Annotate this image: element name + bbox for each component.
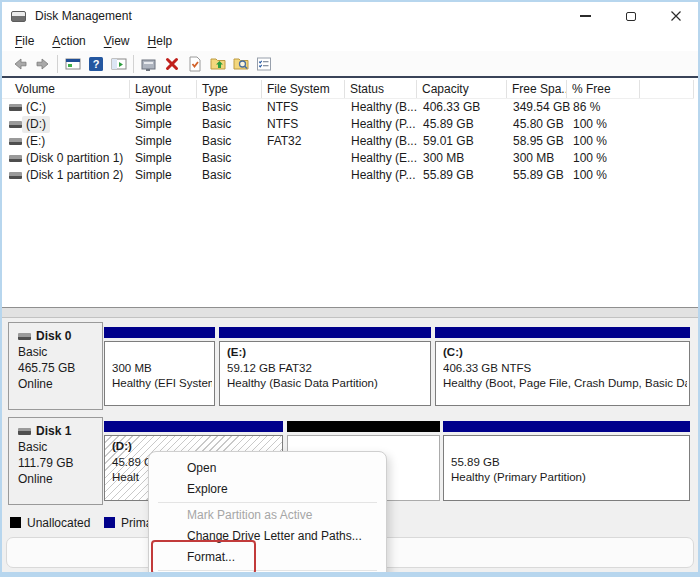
- help-icon[interactable]: ?: [84, 53, 107, 75]
- menu-item-format[interactable]: Format...: [149, 547, 386, 568]
- minimize-button[interactable]: [563, 2, 608, 30]
- folder-up-icon[interactable]: [206, 53, 229, 75]
- partition-status: Healthy (Basic Data Partition): [227, 376, 428, 392]
- disk-state: Online: [18, 471, 102, 487]
- disk0-partition1[interactable]: 300 MB Healthy (EFI System: [104, 341, 215, 406]
- volume-drive-icon: [9, 121, 22, 128]
- window-border: [0, 0, 700, 2]
- cell-type: Basic: [202, 99, 231, 116]
- table-row-disk0-partition1[interactable]: (Disk 0 partition 1) Simple Basic Health…: [2, 150, 694, 167]
- disk0-partition-c[interactable]: (C:) 406.33 GB NTFS Healthy (Boot, Page …: [435, 341, 690, 406]
- menu-item-change-drive-letter[interactable]: Change Drive Letter and Paths...: [149, 526, 386, 547]
- svg-text:?: ?: [92, 58, 99, 70]
- menu-view[interactable]: View: [95, 32, 139, 50]
- disk1-info-panel[interactable]: Disk 1 Basic 111.79 GB Online: [8, 417, 103, 505]
- folder-search-icon[interactable]: [229, 53, 252, 75]
- properties-console-icon[interactable]: [137, 53, 160, 75]
- check-document-icon[interactable]: [183, 53, 206, 75]
- window-controls: [563, 2, 698, 30]
- legend-unallocated: Unallocated: [10, 514, 90, 531]
- window-border: [0, 0, 2, 577]
- menu-help[interactable]: Help: [139, 32, 182, 50]
- disk0-partition2-bar: [219, 327, 431, 338]
- cell-status: Healthy (E...: [351, 150, 417, 167]
- disk0-partition-e[interactable]: (E:) 59.12 GB FAT32 Healthy (Basic Data …: [219, 341, 431, 406]
- volume-drive-icon: [9, 172, 22, 179]
- view-list-icon[interactable]: [252, 53, 275, 75]
- partition-title: (C:): [443, 345, 687, 361]
- maximize-button[interactable]: [608, 2, 653, 30]
- disk0-partition3-bar: [435, 327, 690, 338]
- table-row-disk1-partition2[interactable]: (Disk 1 partition 2) Simple Basic Health…: [2, 167, 694, 184]
- window-title: Disk Management: [35, 9, 132, 23]
- console-tree-icon[interactable]: [107, 53, 130, 75]
- disk0-info-panel[interactable]: Disk 0 Basic 465.75 GB Online: [8, 322, 103, 410]
- cell-layout: Simple: [135, 167, 172, 184]
- cell-capacity: 300 MB: [423, 150, 464, 167]
- minimize-icon: [580, 15, 591, 17]
- close-button[interactable]: [653, 2, 698, 30]
- disk-kind: Basic: [18, 344, 102, 360]
- delete-icon[interactable]: [160, 53, 183, 75]
- disk-icon: [18, 333, 31, 340]
- cell-type: Basic: [202, 167, 231, 184]
- pane-splitter[interactable]: [0, 307, 700, 318]
- disk1-primary-partition[interactable]: 55.89 GB Healthy (Primary Partition): [443, 435, 690, 501]
- cell-capacity: 55.89 GB: [423, 167, 474, 184]
- column-header-pct-free[interactable]: % Free: [567, 80, 640, 98]
- column-header-free-space[interactable]: Free Spa...: [507, 80, 567, 98]
- cell-free-space: 45.80 GB: [513, 116, 564, 133]
- cell-layout: Simple: [135, 133, 172, 150]
- menu-item-explore[interactable]: Explore: [149, 479, 386, 500]
- primary-swatch-icon: [104, 517, 115, 528]
- maximize-icon: [626, 12, 636, 21]
- disk-name: Disk 0: [36, 328, 71, 344]
- partition-size: 406.33 GB NTFS: [443, 361, 687, 377]
- disk-name: Disk 1: [36, 423, 71, 439]
- app-drive-icon: [11, 11, 26, 22]
- volume-drive-icon: [9, 155, 22, 162]
- toolbar-separator: [133, 55, 134, 73]
- cell-type: Basic: [202, 116, 231, 133]
- table-row-c[interactable]: (C:) Simple Basic NTFS Healthy (B... 406…: [2, 99, 694, 116]
- cell-file-system: NTFS: [267, 99, 298, 116]
- cell-type: Basic: [202, 150, 231, 167]
- back-arrow-icon[interactable]: [8, 53, 31, 75]
- menu-item-open[interactable]: Open: [149, 458, 386, 479]
- window-border: [0, 572, 700, 577]
- cell-volume: (D:): [22, 116, 50, 133]
- cell-pct-free: 100 %: [573, 133, 607, 150]
- disk-management-window: Disk Management File Action View Help ?: [0, 0, 700, 577]
- cell-pct-free: 100 %: [573, 150, 607, 167]
- console-window-icon[interactable]: [61, 53, 84, 75]
- cell-pct-free: 86 %: [573, 99, 600, 116]
- cell-layout: Simple: [135, 150, 172, 167]
- cell-free-space: 55.89 GB: [513, 167, 564, 184]
- column-header-type[interactable]: Type: [197, 80, 262, 98]
- menu-separator: [158, 570, 377, 571]
- close-icon: [670, 10, 682, 22]
- partition-size: 59.12 GB FAT32: [227, 361, 428, 377]
- cell-file-system: NTFS: [267, 116, 298, 133]
- cell-free-space: 349.54 GB: [513, 99, 570, 116]
- column-header-status[interactable]: Status: [345, 80, 417, 98]
- menu-action[interactable]: Action: [43, 32, 94, 50]
- disk-size: 465.75 GB: [18, 360, 102, 376]
- table-row-d-selected[interactable]: (D:) Simple Basic NTFS Healthy (P... 45.…: [2, 116, 694, 133]
- legend-label: Unallocated: [27, 516, 90, 530]
- column-header-layout[interactable]: Layout: [130, 80, 197, 98]
- menu-file[interactable]: File: [6, 32, 43, 50]
- column-header-capacity[interactable]: Capacity: [417, 80, 507, 98]
- disk-kind: Basic: [18, 439, 102, 455]
- partition-title: [451, 439, 687, 455]
- cell-pct-free: 100 %: [573, 167, 607, 184]
- disk-icon: [18, 428, 31, 435]
- column-header-file-system[interactable]: File System: [262, 80, 345, 98]
- table-row-e[interactable]: (E:) Simple Basic FAT32 Healthy (B... 59…: [2, 133, 694, 150]
- forward-arrow-icon[interactable]: [31, 53, 54, 75]
- column-header-volume[interactable]: Volume: [2, 80, 130, 98]
- partition-context-menu: Open Explore Mark Partition as Active Ch…: [148, 451, 387, 577]
- disk-size: 111.79 GB: [18, 455, 102, 471]
- cell-status: Healthy (P...: [351, 116, 415, 133]
- column-header-empty: [640, 80, 694, 98]
